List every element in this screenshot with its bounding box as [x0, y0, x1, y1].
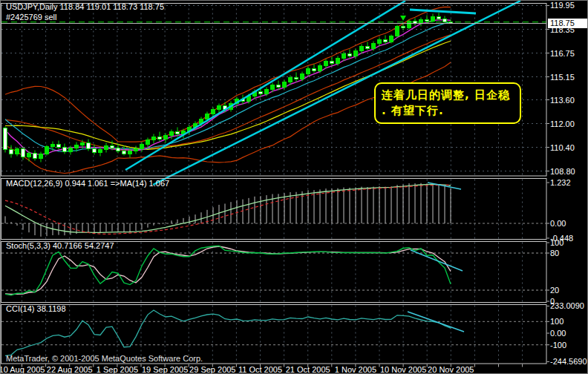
axis-label: 0.00: [550, 329, 566, 338]
date-label: 11 Oct 2005: [238, 365, 282, 374]
axis-label: -244.5690: [550, 357, 587, 366]
axis-label: 118.35: [550, 25, 575, 34]
annotation-line-1: 连着几日的调整, 日企稳: [382, 88, 514, 103]
axis-label: 80: [550, 249, 559, 257]
date-label: 10 Aug 2005: [0, 365, 45, 374]
axis-label: 115.15: [550, 73, 575, 82]
metatrader-chart-window: USDJPY,Daily 118.84 119.01 118.73 118.75…: [0, 0, 588, 374]
watermark: MetaTrader, © 2001-2005 MetaQuotes Softw…: [6, 354, 203, 363]
date-label: 10 Nov 2005: [380, 365, 426, 374]
date-label: 1 Nov 2005: [335, 365, 376, 374]
order-id-label: #2425769 sell: [6, 13, 57, 22]
date-label: 22 Aug 2005: [47, 365, 93, 374]
axis-label: 112.00: [550, 119, 575, 128]
axis-label: 20: [550, 286, 559, 295]
axis-label: 100: [550, 238, 564, 247]
axis-label: 233.0090: [550, 301, 584, 310]
date-label: 29 Sep 2005: [189, 365, 235, 374]
axis-label: 0.00: [550, 219, 566, 228]
axis-label: -100: [550, 341, 566, 350]
axis-label: 116.75: [550, 49, 575, 58]
axis-label: 119.95: [550, 1, 575, 10]
axis-label: 110.40: [550, 143, 575, 152]
macd-indicator-label: MACD(12,26,9) 0.944 1.061 =>MA(14) 1.067: [6, 179, 169, 188]
axis-label: 100: [550, 317, 564, 326]
date-label: 19 Sep 2005: [142, 365, 188, 374]
date-label: 21 Oct 2005: [286, 365, 330, 374]
date-label: 1 Sep 2005: [97, 365, 138, 374]
stoch-indicator-label: Stoch(5,3,3) 40.7166 54.2747: [6, 241, 114, 250]
axis-label: 108.80: [550, 167, 575, 176]
annotation-box[interactable]: 连着几日的调整, 日企稳 . 有望下行.: [374, 82, 521, 124]
axis-label: 113.60: [550, 96, 575, 105]
chart-title: USDJPY,Daily 118.84 119.01 118.73 118.75: [6, 2, 164, 11]
cci-indicator-label: CCI(14) 38.1198: [6, 304, 66, 313]
annotation-line-2: . 有望下行.: [382, 103, 514, 119]
date-label: 20 Nov 2005: [428, 365, 474, 374]
axis-label: 1.232: [550, 178, 571, 187]
